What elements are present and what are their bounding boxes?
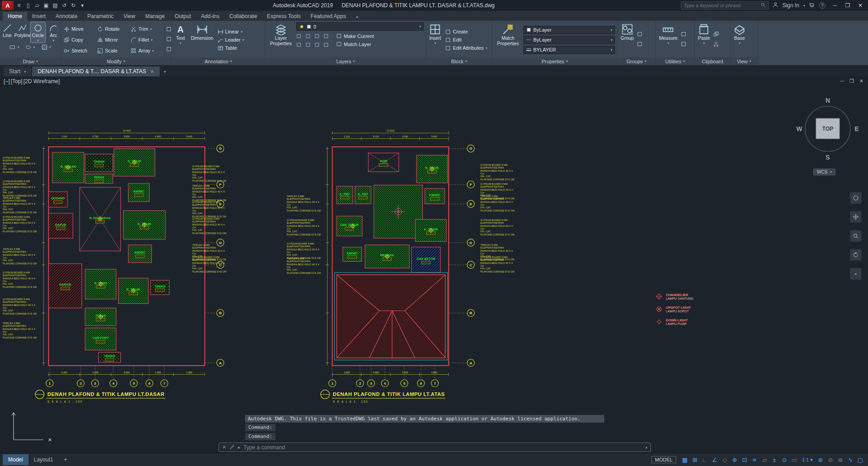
viewport-restore-icon[interactable]: ❐ [849, 78, 854, 84]
scale-button[interactable]: Scale [96, 45, 129, 56]
fillet-button[interactable]: Fillet▾ [130, 34, 162, 45]
command-bar[interactable]: ✕ ▸ ▴ [218, 442, 651, 452]
close-button[interactable]: ✕ [854, 0, 866, 10]
layer-freeze-button[interactable] [314, 33, 323, 40]
arc-button[interactable]: Arc▾ [46, 22, 61, 42]
command-history-chevron-icon[interactable]: ▴ [645, 445, 647, 449]
polar-tracking-toggle[interactable]: ∠ [710, 457, 720, 463]
orbit-button[interactable] [850, 249, 862, 261]
id-point-button[interactable] [681, 41, 687, 49]
leader-button[interactable]: Leader▾ [217, 37, 245, 43]
minimize-button[interactable]: ─ [829, 0, 841, 10]
panel-caption-view[interactable]: View▾ [730, 57, 758, 65]
viewport-minimize-control[interactable]: [−] [4, 78, 10, 85]
viewport-close-icon[interactable]: ✕ [859, 78, 863, 84]
ribbon-tab-add-ins[interactable]: Add-ins [196, 12, 224, 21]
layer-properties-button[interactable]: Layer Properties [267, 22, 294, 57]
move-button[interactable]: Move [63, 24, 95, 34]
explode-button[interactable] [166, 36, 171, 44]
panel-caption-annotation[interactable]: Annotation▾ [171, 57, 265, 65]
app-store-cart-icon[interactable] [809, 2, 815, 9]
ellipse-button[interactable]: ▾ [24, 44, 36, 51]
open-button[interactable]: ▱ [33, 1, 42, 10]
match-layer-button[interactable]: Match Layer [335, 41, 375, 47]
workspace-toggle[interactable]: ⊛ [816, 457, 825, 463]
otrack-toggle[interactable]: ⊕ [730, 457, 740, 463]
panel-caption-draw[interactable]: Draw▾ [0, 57, 61, 65]
command-input[interactable] [243, 444, 642, 451]
tab-start[interactable]: Start▾ [4, 66, 31, 76]
edit-button[interactable]: Edit [444, 37, 488, 43]
zoom-button[interactable] [850, 230, 862, 242]
ungroup-button[interactable] [637, 31, 643, 39]
help-search[interactable] [681, 1, 769, 9]
tab-current-drawing[interactable]: DENAH PLAFOND & T.... DASAR & LT.ATAS✕ [32, 66, 159, 76]
ribbon-tab-insert[interactable]: Insert [27, 12, 51, 21]
maximize-button[interactable]: ❐ [842, 0, 854, 10]
linetype-select[interactable]: ByLayer▾ [523, 36, 615, 44]
new-layout-button[interactable]: + [58, 454, 72, 465]
transparency-toggle[interactable]: ▱ [759, 457, 769, 463]
osnap-toggle[interactable]: ⊡ [740, 457, 749, 463]
mirror-button[interactable]: Mirror [96, 34, 129, 45]
panel-caption-properties[interactable]: Properties▾ [493, 57, 617, 65]
wcs-selector[interactable]: WCS▾ [813, 169, 835, 175]
dynamic-input-toggle[interactable]: ± [769, 457, 779, 463]
new-button[interactable]: ▯ [24, 1, 33, 10]
isodraft-toggle[interactable]: ◇ [720, 457, 730, 463]
rectangle-button[interactable]: ▾ [9, 44, 20, 51]
sign-in-button[interactable]: Sign In [783, 2, 799, 9]
ortho-toggle[interactable]: ∟ [700, 457, 710, 463]
object-color-select[interactable]: ByLayer▾ [523, 26, 615, 34]
ribbon-tab-annotate[interactable]: Annotate [51, 12, 82, 21]
viewcube-east[interactable]: E [854, 125, 859, 132]
viewcube[interactable]: NWESTOP [794, 95, 862, 165]
viewport-minimize-icon[interactable]: ─ [840, 78, 844, 84]
layer-lock-button[interactable] [323, 33, 332, 40]
search-icon[interactable] [760, 2, 766, 9]
viewport-view-control[interactable]: [Top] [11, 78, 23, 85]
measure-button[interactable]: Measure▾ [658, 22, 679, 57]
lineweight-select[interactable]: BYLAYER▾ [523, 46, 615, 54]
ribbon-tab-home[interactable]: Home [3, 12, 27, 21]
panel-caption-block[interactable]: Block▾ [426, 57, 492, 65]
autoscale-toggle[interactable]: ▭ [789, 457, 799, 463]
offset-button[interactable] [166, 46, 171, 54]
full-navigation-wheel-button[interactable] [850, 192, 862, 204]
showmotion-button[interactable]: ▾ [850, 268, 862, 280]
paste-button[interactable]: Paste▾ [697, 22, 711, 57]
help-button[interactable]: ? [819, 2, 825, 9]
ribbon-tab-collaborate[interactable]: Collaborate [224, 12, 262, 21]
sign-in-chevron-icon[interactable]: ▾ [803, 4, 805, 8]
layer-isolate-button[interactable] [305, 33, 313, 40]
graphics-performance-toggle[interactable]: ϟ [845, 457, 855, 463]
layer-on-button[interactable] [296, 41, 304, 49]
text-button[interactable]: AText▾ [173, 22, 188, 57]
viewcube-north[interactable]: N [825, 97, 830, 104]
layer-unisolate-button[interactable] [305, 41, 313, 49]
layer-thaw-button[interactable] [314, 41, 323, 49]
ribbon-tab-parametric[interactable]: Parametric [82, 12, 119, 21]
polyline-button[interactable]: Polyline [15, 22, 30, 42]
edit-attributes-button[interactable]: Edit Attributes▾ [444, 45, 488, 52]
ribbon-tab-featured-apps[interactable]: Featured Apps [306, 12, 351, 21]
undo-button[interactable]: ↺ [60, 1, 69, 10]
clean-screen-toggle[interactable]: ▢ [855, 457, 865, 463]
copy-clip-button[interactable] [713, 31, 719, 39]
ribbon-tab-view[interactable]: View [119, 12, 140, 21]
snap-mode-toggle[interactable]: ⊞ [690, 457, 700, 463]
array-button[interactable]: Array▾ [130, 45, 162, 56]
model-space-badge[interactable]: MODEL [651, 456, 676, 463]
insert-button[interactable]: Insert▾ [428, 22, 442, 57]
trim-button[interactable]: Trim▾ [130, 24, 162, 34]
dimension-button[interactable]: Dimension [190, 22, 215, 57]
ribbon-display-toggle[interactable]: ▾ [351, 14, 363, 21]
grid-toggle[interactable]: ▦ [680, 457, 690, 463]
layer-off-button[interactable] [296, 33, 304, 40]
hatch-button[interactable]: ▾ [41, 44, 52, 51]
group-button[interactable]: Group [619, 22, 635, 57]
annotation-visibility-toggle[interactable]: ⊙ [779, 457, 789, 463]
annotation-monitor-toggle[interactable]: ⊘ [825, 457, 835, 463]
isolate-objects-toggle[interactable]: ⊚ [835, 457, 845, 463]
panel-caption-clipboard[interactable]: Clipboard [695, 57, 730, 65]
